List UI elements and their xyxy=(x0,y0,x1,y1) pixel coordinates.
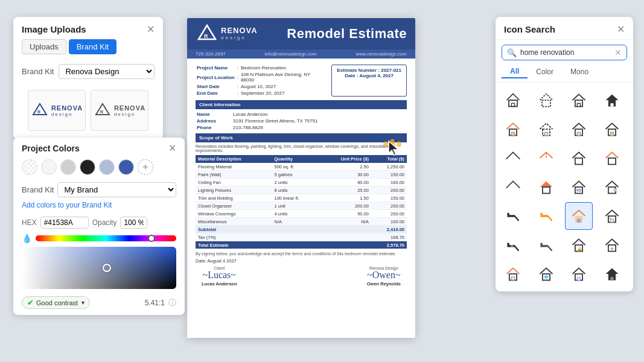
icon-cell[interactable] xyxy=(499,260,527,288)
filter-tab-all[interactable]: All xyxy=(502,65,528,78)
filter-tab-mono[interactable]: Mono xyxy=(562,65,597,78)
icon-cell[interactable] xyxy=(499,86,527,114)
company-signature: ~Owen~ xyxy=(367,270,401,280)
icon-panel-close-button[interactable]: ✕ xyxy=(617,25,625,34)
brand-logo-1[interactable]: R RENOVA design xyxy=(28,90,86,131)
icon-cell[interactable] xyxy=(532,231,560,259)
icon-cell[interactable] xyxy=(565,260,593,288)
brand-logo-2[interactable]: R RENOVA design xyxy=(91,90,148,131)
doc-title-area: Remodel Estimate xyxy=(264,26,407,42)
swatch-add-button[interactable]: + xyxy=(138,159,153,175)
icon-cell[interactable] xyxy=(565,86,593,114)
swatch-dark-blue[interactable] xyxy=(118,159,134,175)
table-row: Project Location : 108 N Platinum Ave De… xyxy=(196,71,325,83)
doc-body: Project Name : Bedroom Renovation Projec… xyxy=(187,59,415,293)
brand-kit-dropdown[interactable]: Renova Design xyxy=(59,64,155,79)
svg-rect-11 xyxy=(577,103,580,106)
image-uploads-close-button[interactable]: ✕ xyxy=(147,25,155,34)
icon-panel-title: Icon Search xyxy=(504,24,555,34)
icon-cell[interactable] xyxy=(532,144,560,172)
icon-search-clear-button[interactable]: ✕ xyxy=(614,48,622,57)
doc-estimate-box: Estimate Number : 2027-021 Date : August… xyxy=(331,65,407,97)
tax-value: 168.70 xyxy=(371,233,407,241)
icon-cell[interactable] xyxy=(565,115,593,143)
icon-cell[interactable] xyxy=(499,173,527,201)
material-unit: 25.00 xyxy=(319,186,371,194)
swatch-light-blue[interactable] xyxy=(99,159,115,175)
icon-cell[interactable] xyxy=(532,260,560,288)
tab-uploads[interactable]: Uploads xyxy=(22,39,66,54)
icon-cell[interactable] xyxy=(565,173,593,201)
swatch-gray[interactable] xyxy=(60,159,76,175)
filter-tab-color[interactable]: Color xyxy=(528,65,562,78)
icon-cell[interactable] xyxy=(598,173,626,201)
doc-client-table: Name Lucas Anderson Address 3191 Florenc… xyxy=(196,111,407,131)
color-picker-area[interactable] xyxy=(22,247,176,289)
company-signature-box: Renova Design ~Owen~ Owen Reynolds xyxy=(367,266,401,287)
chevron-down-icon[interactable]: ▾ xyxy=(81,299,84,306)
sign-date: Date: August 4 2027 xyxy=(196,258,407,264)
subtotal-row: Subtotal 2,410.00 xyxy=(196,226,407,233)
swatch-white[interactable] xyxy=(41,159,57,175)
svg-rect-23 xyxy=(575,158,582,165)
svg-rect-15 xyxy=(511,132,514,135)
icon-cell[interactable] xyxy=(532,202,560,230)
opacity-input[interactable] xyxy=(120,217,147,229)
contrast-check-icon: ✔ xyxy=(27,298,34,307)
icon-search-input[interactable] xyxy=(520,48,611,57)
material-unit: 1.50 xyxy=(319,194,371,202)
project-colors-panel: Project Colors ✕ + Brand Kit My Brand Ad… xyxy=(13,138,185,315)
sign-note: By signing below, you acknowledge and ac… xyxy=(196,252,407,256)
icon-cell[interactable] xyxy=(565,202,593,230)
owner-sign-name: Owen Reynolds xyxy=(367,281,401,287)
icon-cell[interactable] xyxy=(598,231,626,259)
icon-cell[interactable] xyxy=(499,115,527,143)
doc-header-bar: R RENOVA design Remodel Estimate xyxy=(187,18,415,49)
icon-cell[interactable] xyxy=(499,144,527,172)
icon-cell[interactable]: 🔒 xyxy=(565,231,593,259)
contrast-ratio: 5.41:1 xyxy=(145,299,165,307)
project-colors-close-button[interactable]: ✕ xyxy=(168,144,176,153)
doc-logo-area: R RENOVA design xyxy=(196,22,258,45)
icon-cell[interactable] xyxy=(532,115,560,143)
material-total: 200.00 xyxy=(371,202,407,210)
material-total: 150.00 xyxy=(371,171,407,179)
icon-cell[interactable] xyxy=(499,231,527,259)
hue-bar[interactable] xyxy=(36,235,176,241)
material-qty: N/A xyxy=(272,218,319,226)
icon-cell[interactable] xyxy=(598,144,626,172)
color-picker-thumb[interactable] xyxy=(103,264,111,272)
icon-cell[interactable] xyxy=(499,202,527,230)
add-colors-link[interactable]: Add colors to your Brand Kit xyxy=(13,201,185,214)
material-desc: Miscellaneous xyxy=(196,218,272,226)
icon-cell[interactable] xyxy=(598,86,626,114)
eyedropper-button[interactable]: 💧 xyxy=(22,233,32,243)
icon-cell[interactable] xyxy=(532,86,560,114)
svg-line-32 xyxy=(515,216,518,220)
doc-company-sub: design xyxy=(221,36,258,41)
tab-brand-kit[interactable]: Brand Kit xyxy=(69,39,116,54)
icon-cell[interactable] xyxy=(598,115,626,143)
doc-company-name: RENOVA xyxy=(221,27,258,35)
swatch-black[interactable] xyxy=(80,159,95,175)
renova-logo-icon-1: R xyxy=(31,101,49,119)
doc-email: info@renovadesign.com xyxy=(264,51,316,57)
icon-cell[interactable] xyxy=(565,144,593,172)
logo2-name: RENOVA xyxy=(114,104,145,112)
icon-grid: 🔒 xyxy=(496,83,633,291)
brand-kit-select-colors[interactable]: My Brand xyxy=(57,182,176,197)
client-name-value: Lucas Anderson xyxy=(232,111,407,118)
hex-input[interactable] xyxy=(40,217,89,229)
info-icon[interactable]: ⓘ xyxy=(168,297,176,308)
svg-text:R: R xyxy=(204,33,208,39)
material-total: 160.00 xyxy=(371,179,407,186)
swatch-transparent[interactable] xyxy=(22,159,37,175)
icon-cell[interactable] xyxy=(532,173,560,201)
hue-thumb[interactable] xyxy=(148,235,155,242)
icon-cell[interactable] xyxy=(598,260,626,288)
doc-contact-bar: 725-320-2897 info@renovadesign.com www.r… xyxy=(187,49,415,59)
table-row: Lighting Fixtures 8 units 25.00 200.00 xyxy=(196,186,407,194)
icon-cell[interactable] xyxy=(598,202,626,230)
material-total: 200.00 xyxy=(371,186,407,194)
contrast-label: Good contrast xyxy=(36,299,78,306)
